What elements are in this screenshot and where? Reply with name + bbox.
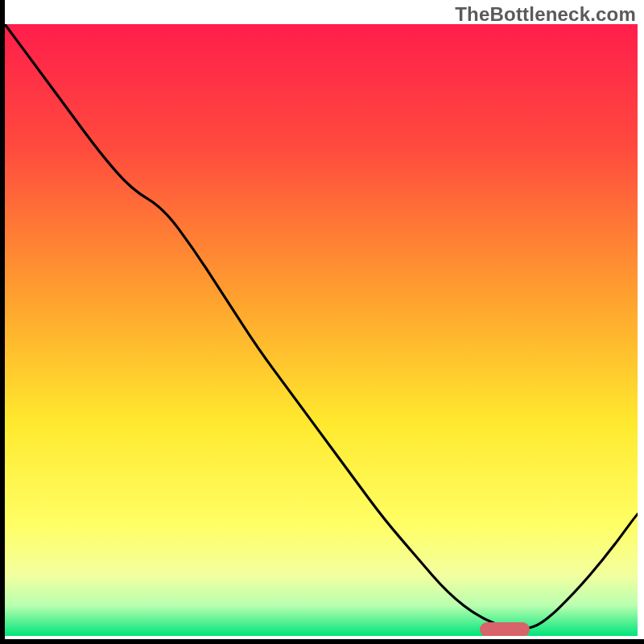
x-axis [0,639,644,644]
optimal-range-marker [480,622,530,636]
watermark-text: TheBottleneck.com [455,3,636,26]
plot-area [5,24,638,636]
bottleneck-curve [5,24,638,636]
chart-canvas: TheBottleneck.com [0,0,644,644]
